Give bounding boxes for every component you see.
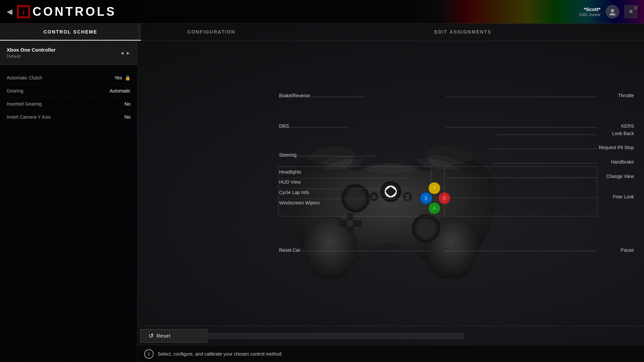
label-pause: Pause [621,247,634,253]
label-throttle: Throttle [618,93,634,98]
svg-rect-21 [372,197,376,198]
reset-icon: ↺ [149,332,154,340]
setting-label-gearing: Gearing [7,88,23,94]
svg-point-8 [347,220,354,227]
svg-rect-20 [372,195,376,196]
svg-point-2 [611,9,614,12]
avatar [606,5,619,18]
scheme-info: Xbox One Controller Default [7,47,56,59]
svg-text:B: B [442,195,446,201]
label-brake-reverse: Brake/Reverse [279,93,310,98]
setting-gearing[interactable]: Gearing Automatic [7,85,130,97]
svg-text:i: i [22,8,24,15]
settings-list: Automatic Clutch Yes 🔒 Gearing Automatic… [0,65,137,130]
arrow-left-icon[interactable]: ◄ [120,50,124,56]
close-button[interactable]: ✕ [633,4,639,12]
logo-icon: i [17,5,30,18]
label-request-pit-stop: Request Pit Stop [599,145,634,150]
controller-image: Y X B A [273,118,508,279]
setting-value-gearing: Automatic [110,88,130,94]
setting-value-inverted-gearing: No [124,101,130,107]
setting-label-invert-camera: Invert Camera Y Axis [7,114,51,120]
svg-rect-23 [406,195,410,195]
setting-value-automatic-clutch: Yes 🔒 [114,75,130,80]
header-user-info: *Scott* G40 Junior ≡ [579,5,637,18]
info-icon: i [144,349,154,359]
content-area: Xbox One Controller Default ◄ ► Automati… [0,41,644,362]
svg-point-11 [346,189,365,207]
setting-label-inverted-gearing: Inverted Gearing [7,101,42,107]
username-display: *Scott* G40 Junior [579,6,600,17]
tab-control-scheme[interactable]: CONTROL SCHEME [0,23,141,41]
lock-icon: 🔒 [125,75,130,80]
label-change-view: Change View [606,174,634,179]
svg-point-19 [369,192,379,201]
bottom-btn-2[interactable] [208,333,282,339]
label-free-look: Free Look [613,194,634,199]
tabs-row: CONTROL SCHEME CONFIGURATION EDIT ASSIGN… [0,23,644,41]
svg-text:Y: Y [433,185,436,191]
info-text: Select, configure, and calibrate your ch… [158,351,283,357]
tab-edit-assignments[interactable]: EDIT ASSIGNMENTS [282,23,644,41]
bottom-btn-4[interactable] [390,333,464,339]
user-rank: G40 Junior [579,12,600,17]
scheme-sub: Default [7,54,56,59]
back-button[interactable]: ◀ [7,7,12,16]
scheme-name: Xbox One Controller [7,47,56,53]
setting-inverted-gearing[interactable]: Inverted Gearing No [7,98,130,110]
svg-point-34 [364,163,418,173]
setting-value-invert-camera: No [124,114,130,120]
setting-invert-camera[interactable]: Invert Camera Y Axis No [7,111,130,123]
tab-configuration[interactable]: CONFIGURATION [141,23,282,41]
svg-point-14 [417,219,435,238]
label-kers: KERS [621,123,634,129]
right-panel: Y X B A [138,41,644,362]
svg-rect-24 [406,196,410,197]
svg-rect-25 [406,198,410,199]
info-bar: i Select, configure, and calibrate your … [138,345,644,362]
reset-button[interactable]: ↺ Reset [140,329,207,343]
svg-text:X: X [424,195,428,201]
user-name: *Scott* [579,6,600,12]
reset-label: Reset [157,333,171,339]
bottom-btn-3[interactable] [282,333,390,339]
header: ◀ i CONTROLS *Scott* G40 Junior ≡ [0,0,644,23]
left-panel: Xbox One Controller Default ◄ ► Automati… [0,41,138,362]
scheme-arrows[interactable]: ◄ ► [120,50,130,56]
svg-point-3 [609,13,615,15]
setting-label-automatic-clutch: Automatic Clutch [7,75,42,80]
svg-text:A: A [432,205,436,211]
bottom-buttons-bar: ↺ Reset [138,326,644,345]
label-look-back: Look Back [612,131,634,136]
page-title: CONTROLS [33,5,116,19]
scheme-selector[interactable]: Xbox One Controller Default ◄ ► [0,41,137,65]
header-logo: i CONTROLS [17,5,116,19]
arrow-right-icon[interactable]: ► [126,50,130,56]
label-handbrake: Handbrake [611,159,634,165]
setting-automatic-clutch: Automatic Clutch Yes 🔒 [7,72,130,84]
